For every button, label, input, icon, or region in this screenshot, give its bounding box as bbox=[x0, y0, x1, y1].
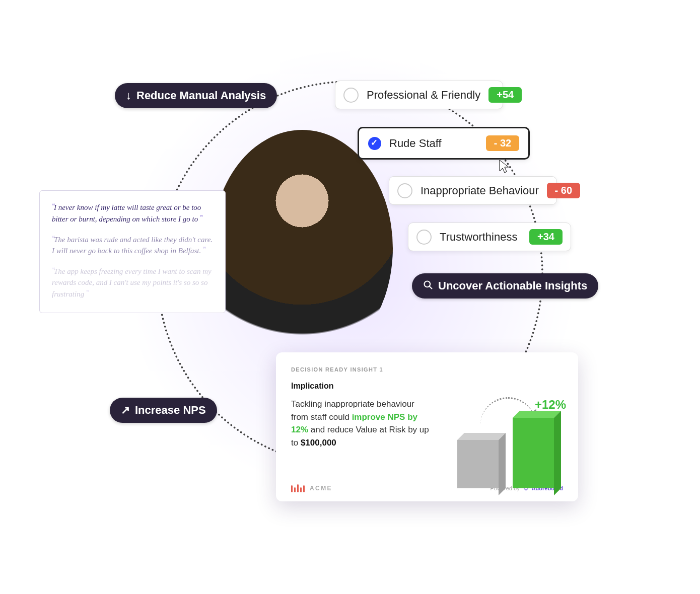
acme-logo-icon bbox=[291, 484, 305, 492]
theme-chip-inappropriate-behaviour[interactable]: Inappropriate Behaviour - 60 bbox=[389, 176, 557, 205]
theme-label: Inappropriate Behaviour bbox=[421, 184, 539, 197]
insight-heading: Implication bbox=[291, 382, 563, 391]
theme-chip-trustworthiness[interactable]: Trustworthiness +34 bbox=[408, 222, 571, 251]
brand-name: ACME bbox=[310, 485, 332, 492]
score-badge: - 60 bbox=[547, 183, 580, 198]
theme-label: Rude Staff bbox=[389, 137, 478, 150]
insight-card: DECISION READY INSIGHT 1 Implication Tac… bbox=[276, 352, 578, 501]
pill-label: Reduce Manual Analysis bbox=[136, 89, 266, 102]
theme-chip-professional-friendly[interactable]: Professional & Friendly +54 bbox=[335, 81, 503, 109]
pill-label: Uncover Actionable Insights bbox=[438, 279, 587, 292]
radio-icon bbox=[397, 183, 412, 198]
arrow-up-right-icon: ↗ bbox=[121, 405, 130, 416]
svg-line-1 bbox=[430, 286, 432, 289]
hero-person-illustration bbox=[212, 130, 393, 366]
delta-label: +12% bbox=[535, 398, 566, 412]
pill-increase-nps[interactable]: ↗ Increase NPS bbox=[110, 398, 217, 423]
bar-current bbox=[457, 440, 499, 488]
radio-icon bbox=[343, 88, 359, 103]
insight-eyebrow: DECISION READY INSIGHT 1 bbox=[291, 366, 563, 373]
cursor-icon bbox=[499, 159, 511, 177]
brand-acme: ACME bbox=[291, 484, 332, 492]
quote-item: ❝The barista was rude and acted like the… bbox=[52, 234, 213, 257]
score-badge: +34 bbox=[529, 229, 563, 245]
search-icon bbox=[423, 280, 433, 292]
stage: ↓ Reduce Manual Analysis ↗ Increase NPS … bbox=[0, 0, 700, 594]
nps-mini-bar-chart: +12% bbox=[457, 403, 563, 488]
pill-reduce-manual-analysis[interactable]: ↓ Reduce Manual Analysis bbox=[115, 83, 277, 108]
score-badge: +54 bbox=[488, 87, 522, 103]
radio-icon bbox=[416, 230, 432, 245]
theme-label: Professional & Friendly bbox=[367, 89, 480, 102]
theme-chip-rude-staff[interactable]: Rude Staff - 32 bbox=[358, 127, 530, 160]
pill-uncover-insights[interactable]: Uncover Actionable Insights bbox=[412, 273, 598, 299]
quote-item: ❝The app keeps freezing every time I wan… bbox=[52, 266, 213, 300]
theme-label: Trustworthiness bbox=[440, 231, 521, 244]
feedback-quotes-card: ❝I never know if my latte will taste gre… bbox=[39, 190, 226, 313]
bar-projected bbox=[513, 418, 554, 488]
pill-label: Increase NPS bbox=[135, 404, 206, 417]
radio-checked-icon bbox=[368, 137, 381, 150]
quote-item: ❝I never know if my latte will taste gre… bbox=[52, 202, 213, 225]
arrow-down-icon: ↓ bbox=[126, 90, 131, 101]
score-badge: - 32 bbox=[486, 135, 519, 151]
insight-body: Tackling inappropriate behaviour from st… bbox=[291, 398, 432, 449]
